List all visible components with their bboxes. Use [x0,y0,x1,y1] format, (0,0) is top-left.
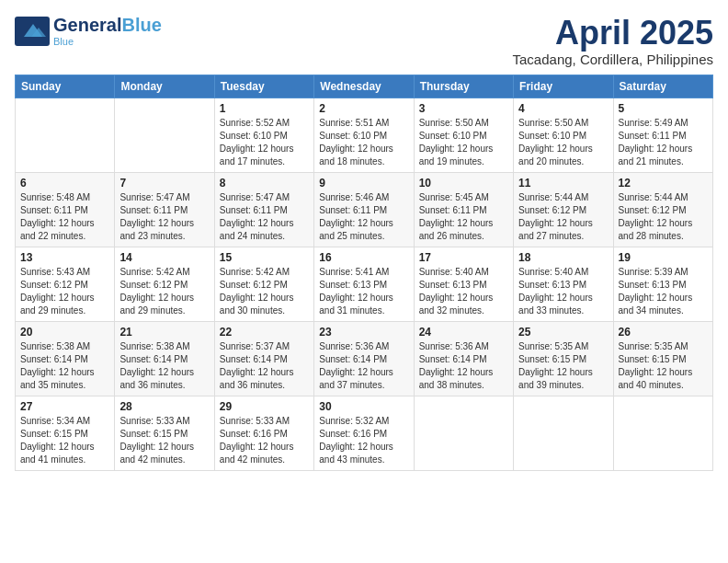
calendar-cell: 1Sunrise: 5:52 AMSunset: 6:10 PMDaylight… [214,98,313,172]
cell-info: Sunrise: 5:44 AMSunset: 6:12 PMDaylight:… [518,191,608,243]
weekday-header-sunday: Sunday [16,75,115,98]
cell-info: Sunrise: 5:47 AMSunset: 6:11 PMDaylight:… [220,191,309,243]
cell-info: Sunrise: 5:44 AMSunset: 6:12 PMDaylight:… [619,191,708,243]
calendar-cell: 11Sunrise: 5:44 AMSunset: 6:12 PMDayligh… [514,172,613,247]
cell-info: Sunrise: 5:36 AMSunset: 6:14 PMDaylight:… [319,340,408,392]
calendar-cell: 26Sunrise: 5:35 AMSunset: 6:15 PMDayligh… [613,321,712,396]
calendar-cell: 8Sunrise: 5:47 AMSunset: 6:11 PMDaylight… [214,172,313,247]
logo: GeneralBlue Blue [15,15,162,47]
calendar-cell [115,98,214,172]
title-block: April 2025 Tacadang, Cordillera, Philipp… [513,15,713,67]
day-number: 15 [220,251,309,264]
day-number: 18 [518,251,608,264]
day-number: 21 [119,326,209,339]
calendar-cell: 2Sunrise: 5:51 AMSunset: 6:10 PMDaylight… [314,98,414,172]
calendar-cell: 9Sunrise: 5:46 AMSunset: 6:11 PMDaylight… [314,172,414,247]
day-number: 1 [220,102,309,115]
day-number: 25 [518,326,608,339]
day-number: 27 [20,400,109,413]
day-number: 28 [119,400,209,413]
page-subtitle: Tacadang, Cordillera, Philippines [513,52,713,67]
cell-info: Sunrise: 5:35 AMSunset: 6:15 PMDaylight:… [518,340,608,392]
cell-info: Sunrise: 5:50 AMSunset: 6:10 PMDaylight:… [518,117,608,168]
calendar-cell: 18Sunrise: 5:40 AMSunset: 6:13 PMDayligh… [514,247,613,321]
day-number: 17 [419,251,508,264]
calendar-cell: 27Sunrise: 5:34 AMSunset: 6:15 PMDayligh… [16,396,115,470]
cell-info: Sunrise: 5:42 AMSunset: 6:12 PMDaylight:… [220,266,309,317]
cell-info: Sunrise: 5:32 AMSunset: 6:16 PMDaylight:… [319,415,408,466]
cell-info: Sunrise: 5:47 AMSunset: 6:11 PMDaylight:… [119,191,209,243]
logo-tagline: Blue [53,36,162,47]
calendar-cell: 28Sunrise: 5:33 AMSunset: 6:15 PMDayligh… [115,396,214,470]
weekday-header-wednesday: Wednesday [314,75,414,98]
weekday-header-friday: Friday [514,75,613,98]
calendar-cell: 23Sunrise: 5:36 AMSunset: 6:14 PMDayligh… [314,321,414,396]
weekday-header-saturday: Saturday [613,75,712,98]
calendar-cell: 12Sunrise: 5:44 AMSunset: 6:12 PMDayligh… [613,172,712,247]
day-number: 24 [419,326,508,339]
day-number: 4 [518,102,608,115]
calendar-cell: 16Sunrise: 5:41 AMSunset: 6:13 PMDayligh… [314,247,414,321]
page-header: GeneralBlue Blue April 2025 Tacadang, Co… [15,15,713,67]
day-number: 9 [319,177,408,190]
cell-info: Sunrise: 5:38 AMSunset: 6:14 PMDaylight:… [119,340,209,392]
calendar-cell: 6Sunrise: 5:48 AMSunset: 6:11 PMDaylight… [16,172,115,247]
cell-info: Sunrise: 5:35 AMSunset: 6:15 PMDaylight:… [619,340,708,392]
calendar-cell: 21Sunrise: 5:38 AMSunset: 6:14 PMDayligh… [115,321,214,396]
calendar-cell: 14Sunrise: 5:42 AMSunset: 6:12 PMDayligh… [115,247,214,321]
day-number: 6 [20,177,109,190]
day-number: 13 [20,251,109,264]
day-number: 7 [119,177,209,190]
calendar-cell: 19Sunrise: 5:39 AMSunset: 6:13 PMDayligh… [613,247,712,321]
day-number: 26 [619,326,708,339]
day-number: 11 [518,177,608,190]
cell-info: Sunrise: 5:36 AMSunset: 6:14 PMDaylight:… [419,340,508,392]
calendar-cell: 29Sunrise: 5:33 AMSunset: 6:16 PMDayligh… [214,396,313,470]
day-number: 12 [619,177,708,190]
day-number: 29 [220,400,309,413]
cell-info: Sunrise: 5:33 AMSunset: 6:16 PMDaylight:… [220,415,309,466]
day-number: 20 [20,326,109,339]
cell-info: Sunrise: 5:42 AMSunset: 6:12 PMDaylight:… [119,266,209,317]
calendar-cell: 24Sunrise: 5:36 AMSunset: 6:14 PMDayligh… [414,321,513,396]
calendar-header-row: SundayMondayTuesdayWednesdayThursdayFrid… [16,75,713,98]
day-number: 30 [319,400,408,413]
logo-icon [15,17,50,46]
cell-info: Sunrise: 5:49 AMSunset: 6:11 PMDaylight:… [619,117,708,168]
calendar-cell: 25Sunrise: 5:35 AMSunset: 6:15 PMDayligh… [514,321,613,396]
calendar-cell: 4Sunrise: 5:50 AMSunset: 6:10 PMDaylight… [514,98,613,172]
cell-info: Sunrise: 5:46 AMSunset: 6:11 PMDaylight:… [319,191,408,243]
cell-info: Sunrise: 5:39 AMSunset: 6:13 PMDaylight:… [619,266,708,317]
cell-info: Sunrise: 5:41 AMSunset: 6:13 PMDaylight:… [319,266,408,317]
day-number: 5 [619,102,708,115]
weekday-header-thursday: Thursday [414,75,513,98]
day-number: 22 [220,326,309,339]
logo-text: GeneralBlue [53,15,162,35]
calendar-week-2: 6Sunrise: 5:48 AMSunset: 6:11 PMDaylight… [16,172,713,247]
day-number: 8 [220,177,309,190]
calendar-week-1: 1Sunrise: 5:52 AMSunset: 6:10 PMDaylight… [16,98,713,172]
calendar-cell [16,98,115,172]
calendar-cell: 20Sunrise: 5:38 AMSunset: 6:14 PMDayligh… [16,321,115,396]
day-number: 14 [119,251,209,264]
calendar-cell: 7Sunrise: 5:47 AMSunset: 6:11 PMDaylight… [115,172,214,247]
calendar-week-3: 13Sunrise: 5:43 AMSunset: 6:12 PMDayligh… [16,247,713,321]
day-number: 2 [319,102,408,115]
cell-info: Sunrise: 5:34 AMSunset: 6:15 PMDaylight:… [20,415,109,466]
cell-info: Sunrise: 5:40 AMSunset: 6:13 PMDaylight:… [518,266,608,317]
day-number: 16 [319,251,408,264]
calendar-cell: 17Sunrise: 5:40 AMSunset: 6:13 PMDayligh… [414,247,513,321]
calendar-cell: 15Sunrise: 5:42 AMSunset: 6:12 PMDayligh… [214,247,313,321]
weekday-header-monday: Monday [115,75,214,98]
day-number: 3 [419,102,508,115]
calendar-cell: 5Sunrise: 5:49 AMSunset: 6:11 PMDaylight… [613,98,712,172]
calendar-cell [414,396,513,470]
calendar-cell: 30Sunrise: 5:32 AMSunset: 6:16 PMDayligh… [314,396,414,470]
cell-info: Sunrise: 5:45 AMSunset: 6:11 PMDaylight:… [419,191,508,243]
calendar-table: SundayMondayTuesdayWednesdayThursdayFrid… [15,75,713,471]
calendar-cell: 3Sunrise: 5:50 AMSunset: 6:10 PMDaylight… [414,98,513,172]
calendar-week-5: 27Sunrise: 5:34 AMSunset: 6:15 PMDayligh… [16,396,713,470]
cell-info: Sunrise: 5:38 AMSunset: 6:14 PMDaylight:… [20,340,109,392]
calendar-cell: 22Sunrise: 5:37 AMSunset: 6:14 PMDayligh… [214,321,313,396]
calendar-cell [514,396,613,470]
